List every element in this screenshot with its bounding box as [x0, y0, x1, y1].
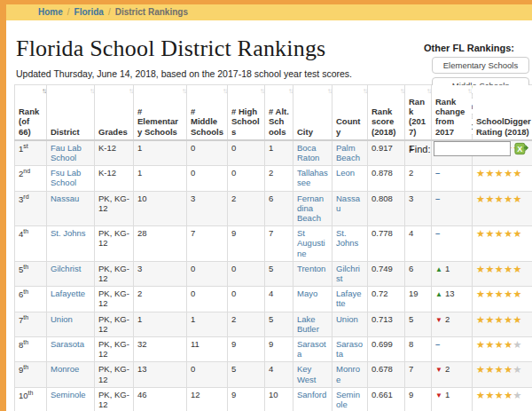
elementary-count-cell: 1: [134, 140, 187, 166]
column-header-district[interactable]: ↑↓District: [47, 85, 95, 140]
rank-change-cell: –: [432, 226, 473, 262]
star-filled-icon: ★: [513, 314, 522, 325]
alt-count-cell: 9: [265, 337, 293, 362]
district-cell: Nassau: [47, 191, 95, 226]
county-link[interactable]: Nassau: [336, 194, 360, 213]
star-filled-icon: ★: [513, 264, 522, 274]
rank-2017-cell: 2: [405, 166, 432, 191]
column-header-rank-change-from-2017[interactable]: ↑↓Rank change from 2017: [432, 85, 473, 140]
county-link[interactable]: Sarasota: [336, 339, 363, 359]
county-cell: Seminole: [332, 387, 368, 411]
rank-up-icon: ▲: [435, 290, 442, 298]
column-label: Rank change from 2017: [435, 97, 465, 137]
column-header-rank-score-2018[interactable]: ↑↓Rank score (2018): [368, 85, 405, 140]
star-filled-icon: ★: [476, 264, 485, 274]
city-link[interactable]: Tallahassee: [297, 168, 328, 187]
column-header-elementary-schools[interactable]: ↑↓# Elementary Schools: [134, 85, 187, 140]
city-link[interactable]: Mayo: [297, 288, 317, 298]
county-link[interactable]: Monroe: [336, 364, 360, 383]
star-filled-icon: ★: [504, 194, 512, 204]
county-link[interactable]: Union: [336, 314, 358, 324]
elementary-count-cell: 46: [134, 387, 187, 411]
rank-score-cell: 0.713: [368, 312, 405, 336]
city-link[interactable]: Lake Butler: [297, 314, 319, 334]
district-cell: Lafayette: [47, 287, 95, 312]
city-link[interactable]: Boca Raton: [297, 143, 319, 162]
sort-icon: ↑↓: [129, 87, 132, 95]
star-filled-icon: ★: [504, 168, 512, 178]
breadcrumb-home[interactable]: Home: [38, 7, 63, 17]
elementary-schools-button[interactable]: Elementary Schools: [432, 57, 529, 74]
rank-score-cell: 0.878: [368, 166, 405, 191]
rank-2017-cell: 5: [405, 312, 432, 336]
elementary-count-cell: 1: [134, 312, 187, 336]
district-link[interactable]: Fsu Lab School: [51, 168, 81, 187]
middle-count-cell: 7: [187, 226, 228, 262]
sort-icon: ↑↓: [426, 87, 430, 95]
rank-down-icon: ▼: [435, 316, 442, 324]
district-link[interactable]: Seminole: [51, 390, 86, 399]
rank-score-cell: 0.808: [368, 191, 405, 226]
city-link[interactable]: Sarasota: [297, 339, 326, 359]
district-link[interactable]: Gilchrist: [51, 264, 81, 273]
city-cell: Tallahassee: [293, 166, 332, 191]
city-link[interactable]: St Augustine: [297, 228, 325, 257]
rating-cell: ★★★★★: [473, 261, 532, 286]
middle-count-cell: 0: [187, 166, 228, 191]
table-row: 3rdNassauPK, KG-1210326Fernandina BeachN…: [15, 191, 532, 226]
column-header-alt-schools[interactable]: ↑↓# Alt. Schools: [265, 85, 293, 140]
city-link[interactable]: Fernandina Beach: [297, 194, 324, 223]
district-link[interactable]: Lafayette: [51, 288, 85, 298]
county-link[interactable]: Gilchrist: [336, 264, 360, 283]
county-cell: Nassau: [332, 191, 368, 226]
column-header-grades[interactable]: ↑↓Grades: [95, 85, 134, 140]
alt-count-cell: 5: [265, 312, 293, 336]
county-cell: St. Johns: [332, 226, 368, 262]
star-filled-icon: ★: [485, 390, 494, 400]
rank-2017-cell: 9: [405, 387, 432, 411]
column-header-county[interactable]: ↑↓County: [332, 85, 368, 140]
grades-cell: PK, KG-12: [95, 362, 134, 387]
county-link[interactable]: Leon: [336, 168, 355, 178]
column-label: Rank (2017): [409, 97, 426, 137]
rank-score-cell: 0.778: [368, 226, 405, 262]
district-cell: Gilchrist: [47, 261, 95, 286]
middle-count-cell: 3: [187, 191, 228, 226]
county-link[interactable]: Seminole: [336, 390, 360, 409]
table-row: 9thMonroePK, KG-1213054Key WestMonroe0.6…: [15, 362, 532, 387]
sort-icon: ↑↓: [260, 87, 263, 95]
district-link[interactable]: Union: [51, 314, 73, 324]
excel-export-icon[interactable]: X: [514, 141, 529, 156]
column-header-rank-2017[interactable]: ↑↓Rank (2017): [405, 85, 432, 140]
column-label: Rank score (2018): [372, 107, 395, 136]
high-count-cell: 9: [228, 337, 265, 362]
district-link[interactable]: Monroe: [51, 364, 79, 374]
city-link[interactable]: Sanford: [297, 390, 326, 399]
county-link[interactable]: Palm Beach: [336, 143, 360, 162]
district-link[interactable]: Sarasota: [51, 339, 84, 349]
rank-score-cell: 0.917: [368, 140, 405, 166]
county-link[interactable]: St. Johns: [336, 228, 358, 248]
district-link[interactable]: St. Johns: [51, 228, 86, 238]
district-link[interactable]: Nassau: [51, 194, 79, 203]
column-header-high-schools[interactable]: ↑↓# High Schools: [228, 85, 265, 140]
rank-cell: 2nd: [15, 166, 47, 191]
city-link[interactable]: Trenton: [297, 264, 325, 273]
elementary-count-cell: 13: [134, 362, 187, 387]
column-header-city[interactable]: ↑↓City: [293, 85, 332, 140]
county-link[interactable]: Lafayette: [336, 288, 362, 308]
column-label: Grades: [98, 127, 128, 137]
grades-cell: PK, KG-12: [95, 287, 134, 312]
high-count-cell: 0: [228, 261, 265, 286]
city-link[interactable]: Key West: [297, 364, 316, 383]
column-header-schooldigger-rating-2018[interactable]: ↑↓SchoolDigger Rating (2018): [473, 85, 532, 140]
district-link[interactable]: Fau Lab School: [51, 143, 82, 162]
breadcrumb-florida[interactable]: Florida: [74, 7, 104, 17]
column-header-rank-of-66[interactable]: ↑↓Rank (of 66): [15, 85, 47, 140]
city-cell: Trenton: [293, 261, 332, 286]
find-input[interactable]: [434, 141, 511, 156]
star-filled-icon: ★: [476, 194, 485, 204]
column-header-middle-schools[interactable]: ↑↓# Middle Schools: [187, 85, 228, 140]
rank-ordinal: th: [23, 288, 28, 295]
high-count-cell: 2: [228, 312, 265, 336]
